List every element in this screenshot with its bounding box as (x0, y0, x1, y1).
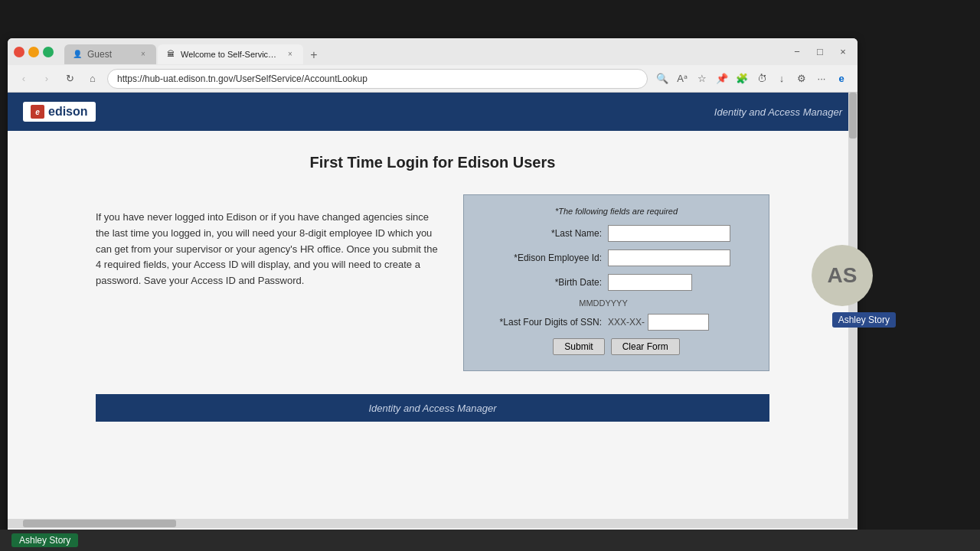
refresh-button[interactable]: ↻ (61, 70, 78, 87)
tab-selfservice-favicon: 🏛 (165, 49, 176, 60)
clear-form-button[interactable]: Clear Form (611, 338, 680, 355)
home-button[interactable]: ⌂ (84, 70, 101, 87)
title-bar: × − □ 👤 Guest × 🏛 Welcome to Self-Servic… (8, 38, 858, 65)
extensions-icon[interactable]: 🧩 (733, 70, 750, 87)
ssn-input[interactable] (648, 314, 709, 331)
employee-id-label: *Edison Employee Id: (479, 253, 602, 263)
close-window-button[interactable]: × (14, 47, 24, 57)
employee-id-row: *Edison Employee Id: (479, 249, 753, 266)
vertical-scrollbar[interactable] (848, 93, 858, 519)
read-mode-icon[interactable]: Aᵃ (674, 70, 691, 87)
birth-date-row: *Birth Date: (479, 274, 753, 291)
tab-guest-label: Guest (87, 49, 112, 60)
ssn-input-group: XXX-XX- (608, 314, 709, 331)
downloads-icon[interactable]: ↓ (773, 70, 790, 87)
tab-selfservice[interactable]: 🏛 Welcome to Self-Service Project × (158, 44, 303, 64)
horizontal-scrollbar[interactable] (8, 519, 858, 528)
search-icon[interactable]: 🔍 (654, 70, 671, 87)
avatar-circle[interactable]: AS (812, 245, 873, 306)
browser-settings-icon[interactable]: ⚙ (793, 70, 810, 87)
required-note: *The following fields are required (479, 207, 753, 216)
tab-guest-close[interactable]: × (138, 49, 149, 60)
site-header: e edison Identity and Access Manager (8, 93, 858, 131)
submit-button[interactable]: Submit (553, 338, 604, 355)
tab-selfservice-label: Welcome to Self-Service Project (181, 50, 280, 59)
minimize-window-button[interactable]: − (28, 47, 39, 57)
h-scrollbar-thumb[interactable] (23, 520, 176, 527)
footer-text: Identity and Access Manager (368, 403, 496, 414)
form-buttons: Submit Clear Form (479, 338, 753, 355)
birth-date-hint: MMDDYYYY (479, 298, 730, 308)
last-name-input[interactable] (608, 225, 730, 242)
url-text: https://hub-uat.edison.tn.gov/UserSelfSe… (117, 73, 368, 84)
restore-window-button[interactable]: □ (43, 47, 54, 57)
main-content: First Time Login for Edison Users If you… (65, 131, 800, 445)
minimize-button[interactable]: − (789, 44, 805, 60)
header-subtitle: Identity and Access Manager (714, 106, 842, 118)
content-row: If you have never logged into Edison or … (96, 194, 769, 371)
ssn-label: *Last Four Digits of SSN: (479, 317, 602, 328)
tab-guest[interactable]: 👤 Guest × (64, 44, 156, 64)
ssn-row: *Last Four Digits of SSN: XXX-XX- (479, 314, 753, 331)
page-content: e edison Identity and Access Manager Fir… (8, 93, 858, 519)
logo-icon: e (31, 105, 44, 119)
edge-profile-icon[interactable]: e (833, 70, 850, 87)
history-icon[interactable]: ⏱ (753, 70, 770, 87)
url-bar[interactable]: https://hub-uat.edison.tn.gov/UserSelfSe… (107, 69, 648, 89)
forward-button[interactable]: › (38, 70, 55, 87)
birth-date-input[interactable] (608, 274, 692, 291)
employee-id-input[interactable] (608, 249, 730, 266)
bottom-status-bar: Ashley Story (0, 530, 980, 551)
window-controls: × − □ (14, 47, 54, 57)
last-name-label: *Last Name: (479, 228, 602, 239)
restore-button[interactable]: □ (812, 44, 828, 60)
back-button[interactable]: ‹ (15, 70, 32, 87)
last-name-row: *Last Name: (479, 225, 753, 242)
birth-date-label: *Birth Date: (479, 277, 602, 288)
logo-text: edison (48, 105, 88, 119)
ssn-prefix: XXX-XX- (608, 317, 645, 328)
tab-guest-favicon: 👤 (72, 49, 83, 60)
tab-selfservice-close[interactable]: × (285, 49, 296, 60)
page-footer: Identity and Access Manager (96, 394, 769, 422)
avatar-initials: AS (828, 263, 858, 288)
scrollbar-thumb[interactable] (849, 93, 857, 139)
form-panel: *The following fields are required *Last… (463, 194, 769, 371)
tabs-bar: 👤 Guest × 🏛 Welcome to Self-Service Proj… (64, 40, 776, 64)
more-icon[interactable]: ··· (813, 70, 830, 87)
edison-logo: e edison (23, 102, 96, 122)
favorites-icon[interactable]: ☆ (694, 70, 710, 87)
status-user-label: Ashley Story (11, 533, 78, 547)
collections-icon[interactable]: 📌 (714, 70, 730, 87)
new-tab-button[interactable]: + (305, 46, 323, 64)
address-bar: ‹ › ↻ ⌂ https://hub-uat.edison.tn.gov/Us… (8, 65, 858, 93)
description-text: If you have never logged into Edison or … (96, 194, 440, 289)
close-button[interactable]: × (835, 44, 851, 60)
page-title: First Time Login for Edison Users (96, 154, 769, 171)
browser-window: × − □ 👤 Guest × 🏛 Welcome to Self-Servic… (8, 38, 858, 543)
toolbar-icons: 🔍 Aᵃ ☆ 📌 🧩 ⏱ ↓ ⚙ ··· e (654, 70, 850, 87)
avatar-name-label: Ashley Story (832, 312, 896, 328)
page-inner: e edison Identity and Access Manager Fir… (8, 93, 858, 519)
